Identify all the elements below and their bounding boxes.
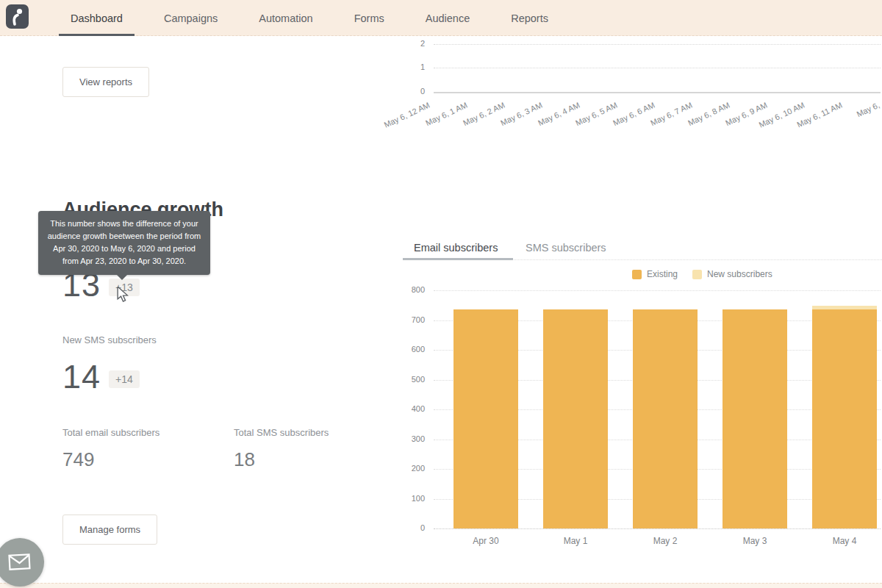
legend-item-new-subscribers: New subscribers (692, 269, 772, 279)
bar-existing-may-1[interactable] (543, 309, 608, 528)
y-axis-tick-label: 200 (403, 464, 425, 473)
new-sms-delta-badge[interactable]: +14 (109, 370, 140, 388)
tooltip-text: This number shows the difference of your… (48, 219, 201, 265)
nav-tab-audience[interactable]: Audience (405, 0, 490, 36)
top-navigation: DashboardCampaignsAutomationFormsAudienc… (0, 0, 882, 36)
legend-swatch-icon (632, 270, 642, 279)
next-section-edge (0, 583, 882, 588)
gridline (434, 290, 881, 291)
gridline (434, 44, 881, 45)
y-axis-tick-label: 2 (403, 39, 425, 48)
total-email-subscribers-value: 749 (62, 448, 94, 471)
nav-tab-automation[interactable]: Automation (238, 0, 333, 36)
bar-existing-may-2[interactable] (633, 309, 698, 528)
nav-tab-campaigns[interactable]: Campaigns (143, 0, 238, 36)
gridline (434, 68, 881, 68)
y-axis-tick-label: 700 (403, 315, 425, 324)
new-sms-subscribers-value: 14 (62, 358, 101, 396)
growth-delta-tooltip: This number shows the difference of your… (38, 211, 210, 275)
nav-tabs: DashboardCampaignsAutomationFormsAudienc… (50, 0, 569, 36)
legend-label: Existing (647, 269, 678, 279)
manage-forms-button[interactable]: Manage forms (62, 514, 157, 545)
y-axis-tick-label: 1 (403, 62, 425, 71)
y-axis-tick-label: 800 (403, 285, 425, 294)
y-axis-tick-label: 600 (403, 345, 425, 354)
total-sms-subscribers-label: Total SMS subscribers (234, 427, 329, 438)
bar-existing-may-3[interactable] (723, 309, 787, 528)
x-axis-tick-label: May 3 (723, 536, 787, 546)
subscribers-bar-chart: 0100200300400500600700800Apr 30May 1May … (403, 283, 882, 559)
y-axis-tick-label: 400 (403, 404, 425, 413)
hourly-line-chart: 210May 6, 12 AMMay 6, 1 AMMay 6, 2 AMMay… (403, 37, 882, 129)
x-axis-baseline (434, 528, 881, 529)
total-sms-subscribers-value: 18 (234, 448, 255, 471)
nav-tab-reports[interactable]: Reports (490, 0, 569, 36)
x-axis-tick-label: May 2 (633, 536, 698, 546)
view-reports-button[interactable]: View reports (62, 67, 149, 97)
x-axis-tick-label: May 1 (543, 536, 608, 546)
bar-existing-may-4[interactable] (812, 309, 877, 528)
total-email-subscribers-label: Total email subscribers (62, 427, 159, 438)
legend-swatch-icon (692, 270, 702, 279)
active-tab-underline (403, 258, 513, 260)
mouse-cursor (116, 287, 129, 303)
nav-tab-forms[interactable]: Forms (334, 0, 405, 36)
legend-label: New subscribers (707, 269, 772, 279)
legend-item-existing: Existing (632, 269, 678, 279)
tab-sms-subscribers[interactable]: SMS subscribers (526, 242, 606, 254)
x-axis-tick-label: May 4 (812, 536, 877, 546)
y-axis-tick-label: 100 (403, 494, 425, 503)
chart-legend: ExistingNew subscribers (632, 269, 772, 279)
bar-existing-apr-30[interactable] (453, 309, 518, 528)
bar-new-may-4[interactable] (812, 306, 877, 310)
y-axis-tick-label: 0 (403, 87, 425, 96)
x-axis-zero-line (434, 92, 881, 93)
omnisend-logo[interactable] (6, 4, 29, 29)
help-messenger-button[interactable] (0, 538, 44, 587)
tooltip-arrow (116, 274, 128, 280)
nav-tab-dashboard[interactable]: Dashboard (50, 0, 143, 36)
y-axis-tick-label: 300 (403, 434, 425, 443)
y-axis-tick-label: 0 (403, 523, 425, 532)
new-sms-subscribers-label: New SMS subscribers (62, 334, 157, 345)
envelope-icon (8, 553, 32, 572)
tab-email-subscribers[interactable]: Email subscribers (414, 242, 498, 254)
y-axis-tick-label: 500 (403, 375, 425, 384)
x-axis-tick-label: Apr 30 (453, 536, 518, 546)
